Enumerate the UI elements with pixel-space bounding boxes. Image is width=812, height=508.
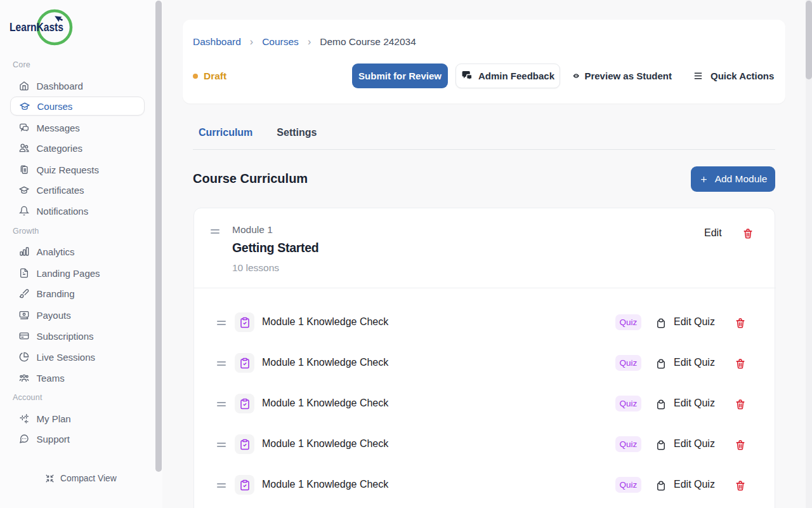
svg-text:LearnKasts: LearnKasts: [10, 20, 63, 34]
